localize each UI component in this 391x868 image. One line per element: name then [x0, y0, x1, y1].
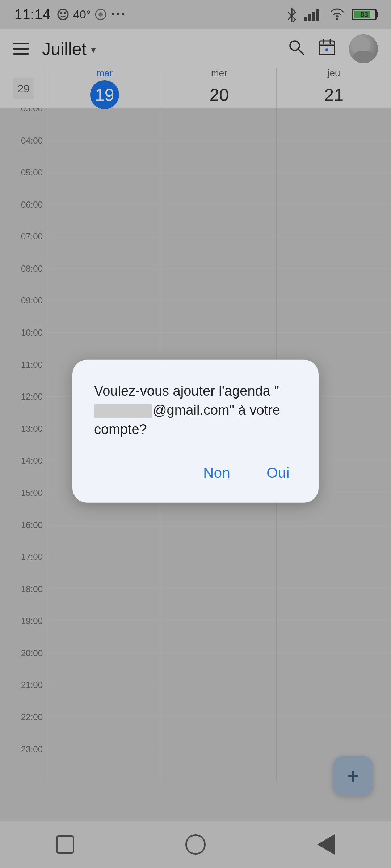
dialog-actions: Non Oui: [94, 461, 297, 484]
email-blurred: ​: [94, 404, 152, 418]
dialog-text-prefix: Voulez-vous ajouter l'agenda "​@gmail.co…: [94, 383, 280, 437]
dialog-yes-button[interactable]: Oui: [259, 461, 297, 484]
dialog-no-button[interactable]: Non: [196, 461, 237, 484]
confirm-dialog: Voulez-vous ajouter l'agenda "​@gmail.co…: [72, 360, 319, 503]
dialog-message: Voulez-vous ajouter l'agenda "​@gmail.co…: [94, 382, 297, 439]
